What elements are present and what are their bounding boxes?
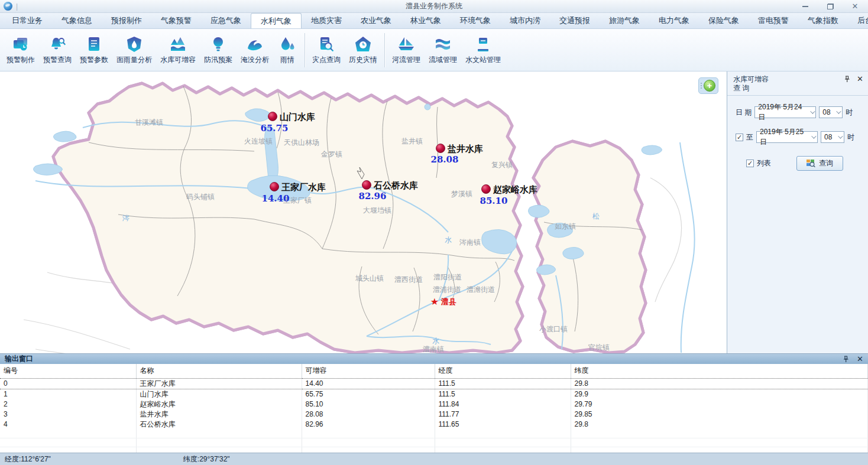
date-to-select[interactable]: 2019年 5月25日 bbox=[756, 131, 818, 143]
basin-waves-icon bbox=[433, 35, 453, 53]
menu-forecast-make[interactable]: 预报制作 bbox=[102, 13, 151, 28]
close-button[interactable]: ✕ bbox=[850, 2, 860, 11]
svg-text:山门水库: 山门水库 bbox=[280, 112, 315, 122]
svg-text:松: 松 bbox=[592, 212, 600, 220]
table-row[interactable]: 3盐井水库28.08111.7729.85 bbox=[0, 409, 868, 420]
svg-text:官垸镇: 官垸镇 bbox=[588, 343, 610, 352]
tool-warning-compose[interactable]: 预警制作 bbox=[2, 33, 39, 67]
panel-header: 水库可增容 查 询 ✕ bbox=[727, 71, 868, 96]
table-row[interactable]: 2赵家峪水库85.10111.8429.79 bbox=[0, 399, 868, 409]
svg-text:水: 水 bbox=[445, 236, 452, 244]
hour-from-select[interactable]: 08 bbox=[819, 106, 843, 118]
flood-plan-bulb-icon bbox=[208, 35, 228, 53]
svg-text:水: 水 bbox=[432, 337, 439, 345]
svg-text:14.40: 14.40 bbox=[262, 193, 290, 204]
menu-emergency[interactable]: 应急气象 bbox=[201, 13, 251, 28]
tool-basin-management[interactable]: 流域管理 bbox=[425, 33, 461, 67]
menu-traffic[interactable]: 交通预报 bbox=[550, 13, 600, 28]
menu-backend[interactable]: 后台管理 bbox=[848, 13, 868, 28]
tool-label: 预警参数 bbox=[80, 55, 108, 65]
table-row[interactable]: 4石公桥水库82.96111.6529.8 bbox=[0, 420, 868, 430]
svg-text:天供山林场: 天供山林场 bbox=[284, 138, 319, 147]
tool-disaster-history[interactable]: 历史灾情 bbox=[345, 33, 381, 67]
svg-text:澧南镇: 澧南镇 bbox=[423, 345, 444, 353]
menu-tourism[interactable]: 旅游气象 bbox=[600, 13, 649, 28]
menu-agri-weather[interactable]: 农业气象 bbox=[351, 13, 401, 28]
menu-power[interactable]: 电力气象 bbox=[649, 13, 699, 28]
list-label: 列表 bbox=[757, 158, 771, 168]
hour-to-select[interactable]: 08 bbox=[821, 131, 844, 143]
hour-suffix: 时 bbox=[847, 132, 854, 142]
menu-hydro-weather[interactable]: 水利气象 bbox=[251, 13, 302, 28]
minimize-button[interactable] bbox=[801, 2, 810, 11]
date-from-select[interactable]: 2019年 5月24日 bbox=[754, 106, 816, 118]
county-map: 甘溪滩镇 火连坡镇 天供山林场 金罗镇 盐井镇 复兴镇 码头铺镇 王家厂镇 大堰… bbox=[0, 71, 727, 353]
output-close-icon[interactable]: ✕ bbox=[857, 356, 863, 362]
to-checkbox[interactable]: ✓ bbox=[736, 134, 743, 141]
tool-reservoir-capacity[interactable]: 水库可增容 bbox=[156, 33, 200, 67]
svg-text:85.10: 85.10 bbox=[480, 196, 508, 206]
pin-icon[interactable] bbox=[843, 356, 848, 363]
tool-warning-query[interactable]: 预警查询 bbox=[39, 33, 76, 67]
date-to-row: ✓ 至 2019年 5月25日 08 时 bbox=[736, 131, 862, 143]
svg-text:码头铺镇: 码头铺镇 bbox=[186, 193, 215, 201]
col-latitude[interactable]: 纬度 bbox=[571, 364, 868, 378]
rain-drops-icon bbox=[277, 35, 297, 53]
restore-button[interactable] bbox=[825, 2, 835, 11]
menu-urban-flood[interactable]: 城市内涝 bbox=[500, 13, 550, 28]
tool-submerge-analysis[interactable]: 淹没分析 bbox=[237, 33, 273, 67]
tool-label: 预警查询 bbox=[43, 55, 72, 65]
status-latitude: 纬度:29°37'32" bbox=[183, 454, 230, 464]
hour-from-value: 08 bbox=[822, 108, 830, 116]
submerge-wave-icon bbox=[245, 35, 265, 53]
menu-lightning[interactable]: 雷电预警 bbox=[749, 13, 798, 28]
col-capacity[interactable]: 可增容 bbox=[302, 364, 435, 378]
tool-rain-info[interactable]: 雨情 bbox=[273, 33, 302, 67]
tool-disaster-point-query[interactable]: 灾点查询 bbox=[308, 33, 345, 67]
tool-flood-plan[interactable]: 防汛预案 bbox=[200, 33, 237, 67]
svg-text:火连坡镇: 火连坡镇 bbox=[244, 137, 273, 145]
tool-area-rainfall[interactable]: 面雨量分析 bbox=[112, 33, 156, 67]
col-name[interactable]: 名称 bbox=[136, 364, 302, 378]
toolbar-group-water: 河流管理 流域管理 水文站管理 bbox=[388, 29, 505, 71]
date-label: 日 期 bbox=[736, 108, 752, 118]
map-zoom-widget[interactable]: + bbox=[698, 77, 718, 94]
col-longitude[interactable]: 经度 bbox=[435, 364, 571, 378]
tool-label: 历史灾情 bbox=[349, 55, 377, 65]
tool-label: 水库可增容 bbox=[160, 55, 196, 65]
query-button[interactable]: 查询 bbox=[796, 156, 843, 171]
window-title: 澧县业务制作系统 bbox=[0, 1, 868, 11]
menu-insurance[interactable]: 保险气象 bbox=[699, 13, 749, 28]
menu-geo-disaster[interactable]: 地质灾害 bbox=[302, 13, 351, 28]
date-from-value: 2019年 5月24日 bbox=[758, 102, 807, 122]
zoom-in-icon[interactable]: + bbox=[704, 80, 715, 92]
tool-hydro-station-management[interactable]: 水文站管理 bbox=[461, 33, 505, 67]
tool-label: 防汛预案 bbox=[204, 55, 232, 65]
menu-daily-business[interactable]: 日常业务 bbox=[2, 13, 52, 28]
table-row[interactable]: 0王家厂水库14.40111.529.8 bbox=[0, 378, 868, 389]
menu-forest-weather[interactable]: 林业气象 bbox=[401, 13, 451, 28]
panel-close-icon[interactable]: ✕ bbox=[857, 76, 863, 82]
table-row[interactable]: 1山门水库65.75111.529.9 bbox=[0, 389, 868, 399]
col-id[interactable]: 编号 bbox=[0, 364, 136, 378]
toolbar-separator bbox=[384, 33, 385, 67]
chevron-down-icon bbox=[809, 132, 817, 142]
menu-weather-index[interactable]: 气象指数 bbox=[798, 13, 848, 28]
tool-warning-params[interactable]: 预警参数 bbox=[76, 33, 112, 67]
tool-river-management[interactable]: 河流管理 bbox=[388, 33, 425, 67]
menu-env-weather[interactable]: 环境气象 bbox=[451, 13, 500, 28]
menu-weather-warning[interactable]: 气象预警 bbox=[151, 13, 201, 28]
menu-weather-info[interactable]: 气象信息 bbox=[52, 13, 102, 28]
pin-icon[interactable] bbox=[844, 76, 850, 83]
panel-subtitle: 查 询 bbox=[733, 84, 863, 93]
svg-text:王家厂水库: 王家厂水库 bbox=[281, 182, 326, 193]
status-bar: 经度:112°6'27" 纬度:29°37'32" bbox=[0, 453, 868, 465]
map-canvas[interactable]: 甘溪滩镇 火连坡镇 天供山林场 金罗镇 盐井镇 复兴镇 码头铺镇 王家厂镇 大堰… bbox=[0, 71, 727, 353]
tool-label: 灾点查询 bbox=[312, 55, 341, 65]
query-button-icon bbox=[807, 160, 815, 167]
tool-label: 水文站管理 bbox=[465, 55, 501, 65]
svg-text:梦溪镇: 梦溪镇 bbox=[451, 190, 472, 198]
warning-params-icon bbox=[84, 35, 104, 53]
disaster-point-search-icon bbox=[316, 35, 336, 53]
list-checkbox[interactable]: ✓ bbox=[746, 160, 754, 167]
